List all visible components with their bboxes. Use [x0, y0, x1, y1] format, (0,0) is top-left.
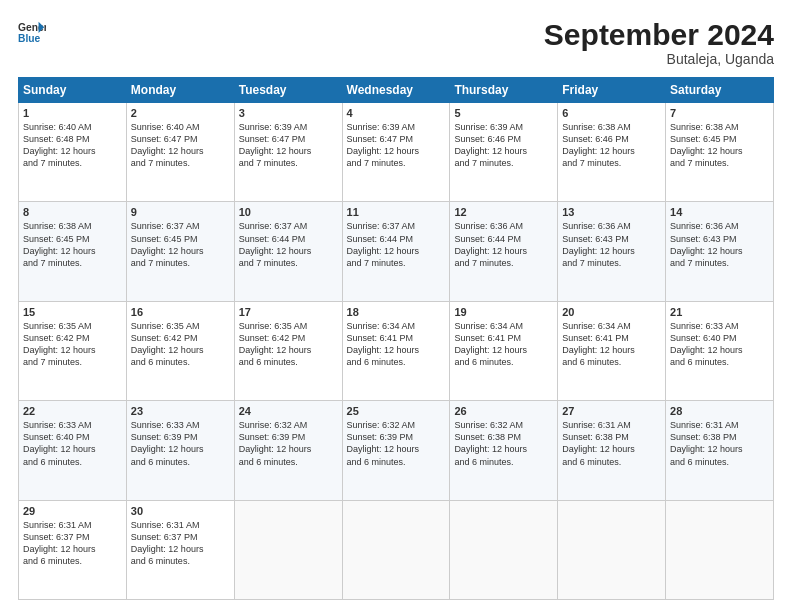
- calendar-table: Sunday Monday Tuesday Wednesday Thursday…: [18, 77, 774, 600]
- day-info: Sunrise: 6:37 AM Sunset: 6:44 PM Dayligh…: [239, 220, 338, 269]
- day-number: 10: [239, 206, 338, 218]
- day-number: 9: [131, 206, 230, 218]
- col-tuesday: Tuesday: [234, 78, 342, 103]
- table-row: 14Sunrise: 6:36 AM Sunset: 6:43 PM Dayli…: [666, 202, 774, 301]
- table-row: 13Sunrise: 6:36 AM Sunset: 6:43 PM Dayli…: [558, 202, 666, 301]
- day-info: Sunrise: 6:37 AM Sunset: 6:45 PM Dayligh…: [131, 220, 230, 269]
- day-number: 2: [131, 107, 230, 119]
- day-info: Sunrise: 6:34 AM Sunset: 6:41 PM Dayligh…: [347, 320, 446, 369]
- col-sunday: Sunday: [19, 78, 127, 103]
- table-row: [342, 500, 450, 599]
- calendar-week-row: 1Sunrise: 6:40 AM Sunset: 6:48 PM Daylig…: [19, 103, 774, 202]
- day-number: 17: [239, 306, 338, 318]
- table-row: 8Sunrise: 6:38 AM Sunset: 6:45 PM Daylig…: [19, 202, 127, 301]
- day-info: Sunrise: 6:36 AM Sunset: 6:43 PM Dayligh…: [670, 220, 769, 269]
- table-row: [666, 500, 774, 599]
- day-number: 26: [454, 405, 553, 417]
- table-row: [450, 500, 558, 599]
- day-number: 13: [562, 206, 661, 218]
- logo-icon: General Blue: [18, 18, 46, 46]
- table-row: 25Sunrise: 6:32 AM Sunset: 6:39 PM Dayli…: [342, 401, 450, 500]
- header: General Blue September 2024 Butaleja, Ug…: [18, 18, 774, 67]
- day-number: 29: [23, 505, 122, 517]
- day-info: Sunrise: 6:38 AM Sunset: 6:45 PM Dayligh…: [23, 220, 122, 269]
- day-number: 30: [131, 505, 230, 517]
- day-info: Sunrise: 6:34 AM Sunset: 6:41 PM Dayligh…: [562, 320, 661, 369]
- day-info: Sunrise: 6:31 AM Sunset: 6:37 PM Dayligh…: [131, 519, 230, 568]
- day-number: 22: [23, 405, 122, 417]
- table-row: 30Sunrise: 6:31 AM Sunset: 6:37 PM Dayli…: [126, 500, 234, 599]
- calendar-week-row: 15Sunrise: 6:35 AM Sunset: 6:42 PM Dayli…: [19, 301, 774, 400]
- day-number: 6: [562, 107, 661, 119]
- calendar-header-row: Sunday Monday Tuesday Wednesday Thursday…: [19, 78, 774, 103]
- table-row: 5Sunrise: 6:39 AM Sunset: 6:46 PM Daylig…: [450, 103, 558, 202]
- day-number: 5: [454, 107, 553, 119]
- day-number: 25: [347, 405, 446, 417]
- day-info: Sunrise: 6:37 AM Sunset: 6:44 PM Dayligh…: [347, 220, 446, 269]
- day-info: Sunrise: 6:32 AM Sunset: 6:39 PM Dayligh…: [239, 419, 338, 468]
- table-row: 10Sunrise: 6:37 AM Sunset: 6:44 PM Dayli…: [234, 202, 342, 301]
- col-friday: Friday: [558, 78, 666, 103]
- day-number: 16: [131, 306, 230, 318]
- table-row: 27Sunrise: 6:31 AM Sunset: 6:38 PM Dayli…: [558, 401, 666, 500]
- day-number: 20: [562, 306, 661, 318]
- table-row: 26Sunrise: 6:32 AM Sunset: 6:38 PM Dayli…: [450, 401, 558, 500]
- col-saturday: Saturday: [666, 78, 774, 103]
- col-thursday: Thursday: [450, 78, 558, 103]
- table-row: 9Sunrise: 6:37 AM Sunset: 6:45 PM Daylig…: [126, 202, 234, 301]
- table-row: [558, 500, 666, 599]
- table-row: 20Sunrise: 6:34 AM Sunset: 6:41 PM Dayli…: [558, 301, 666, 400]
- table-row: 3Sunrise: 6:39 AM Sunset: 6:47 PM Daylig…: [234, 103, 342, 202]
- day-number: 19: [454, 306, 553, 318]
- day-info: Sunrise: 6:35 AM Sunset: 6:42 PM Dayligh…: [239, 320, 338, 369]
- calendar-week-row: 8Sunrise: 6:38 AM Sunset: 6:45 PM Daylig…: [19, 202, 774, 301]
- day-number: 23: [131, 405, 230, 417]
- day-info: Sunrise: 6:31 AM Sunset: 6:38 PM Dayligh…: [562, 419, 661, 468]
- day-number: 27: [562, 405, 661, 417]
- table-row: 12Sunrise: 6:36 AM Sunset: 6:44 PM Dayli…: [450, 202, 558, 301]
- day-info: Sunrise: 6:40 AM Sunset: 6:48 PM Dayligh…: [23, 121, 122, 170]
- day-number: 4: [347, 107, 446, 119]
- table-row: 4Sunrise: 6:39 AM Sunset: 6:47 PM Daylig…: [342, 103, 450, 202]
- page: General Blue September 2024 Butaleja, Ug…: [0, 0, 792, 612]
- table-row: 6Sunrise: 6:38 AM Sunset: 6:46 PM Daylig…: [558, 103, 666, 202]
- day-info: Sunrise: 6:36 AM Sunset: 6:43 PM Dayligh…: [562, 220, 661, 269]
- day-number: 14: [670, 206, 769, 218]
- day-number: 12: [454, 206, 553, 218]
- table-row: 22Sunrise: 6:33 AM Sunset: 6:40 PM Dayli…: [19, 401, 127, 500]
- day-info: Sunrise: 6:33 AM Sunset: 6:40 PM Dayligh…: [670, 320, 769, 369]
- calendar-week-row: 29Sunrise: 6:31 AM Sunset: 6:37 PM Dayli…: [19, 500, 774, 599]
- table-row: 7Sunrise: 6:38 AM Sunset: 6:45 PM Daylig…: [666, 103, 774, 202]
- day-info: Sunrise: 6:38 AM Sunset: 6:45 PM Dayligh…: [670, 121, 769, 170]
- day-number: 28: [670, 405, 769, 417]
- day-info: Sunrise: 6:31 AM Sunset: 6:37 PM Dayligh…: [23, 519, 122, 568]
- table-row: 29Sunrise: 6:31 AM Sunset: 6:37 PM Dayli…: [19, 500, 127, 599]
- day-info: Sunrise: 6:33 AM Sunset: 6:40 PM Dayligh…: [23, 419, 122, 468]
- day-info: Sunrise: 6:31 AM Sunset: 6:38 PM Dayligh…: [670, 419, 769, 468]
- logo: General Blue: [18, 18, 46, 46]
- table-row: 15Sunrise: 6:35 AM Sunset: 6:42 PM Dayli…: [19, 301, 127, 400]
- day-info: Sunrise: 6:39 AM Sunset: 6:47 PM Dayligh…: [239, 121, 338, 170]
- table-row: 18Sunrise: 6:34 AM Sunset: 6:41 PM Dayli…: [342, 301, 450, 400]
- table-row: 24Sunrise: 6:32 AM Sunset: 6:39 PM Dayli…: [234, 401, 342, 500]
- title-block: September 2024 Butaleja, Uganda: [544, 18, 774, 67]
- day-number: 8: [23, 206, 122, 218]
- table-row: 17Sunrise: 6:35 AM Sunset: 6:42 PM Dayli…: [234, 301, 342, 400]
- table-row: 16Sunrise: 6:35 AM Sunset: 6:42 PM Dayli…: [126, 301, 234, 400]
- table-row: 11Sunrise: 6:37 AM Sunset: 6:44 PM Dayli…: [342, 202, 450, 301]
- day-info: Sunrise: 6:33 AM Sunset: 6:39 PM Dayligh…: [131, 419, 230, 468]
- table-row: 21Sunrise: 6:33 AM Sunset: 6:40 PM Dayli…: [666, 301, 774, 400]
- day-info: Sunrise: 6:34 AM Sunset: 6:41 PM Dayligh…: [454, 320, 553, 369]
- svg-text:Blue: Blue: [18, 33, 41, 44]
- day-info: Sunrise: 6:39 AM Sunset: 6:47 PM Dayligh…: [347, 121, 446, 170]
- table-row: 23Sunrise: 6:33 AM Sunset: 6:39 PM Dayli…: [126, 401, 234, 500]
- table-row: 28Sunrise: 6:31 AM Sunset: 6:38 PM Dayli…: [666, 401, 774, 500]
- calendar-week-row: 22Sunrise: 6:33 AM Sunset: 6:40 PM Dayli…: [19, 401, 774, 500]
- day-number: 15: [23, 306, 122, 318]
- day-number: 11: [347, 206, 446, 218]
- day-info: Sunrise: 6:35 AM Sunset: 6:42 PM Dayligh…: [23, 320, 122, 369]
- col-wednesday: Wednesday: [342, 78, 450, 103]
- day-number: 18: [347, 306, 446, 318]
- subtitle: Butaleja, Uganda: [544, 51, 774, 67]
- col-monday: Monday: [126, 78, 234, 103]
